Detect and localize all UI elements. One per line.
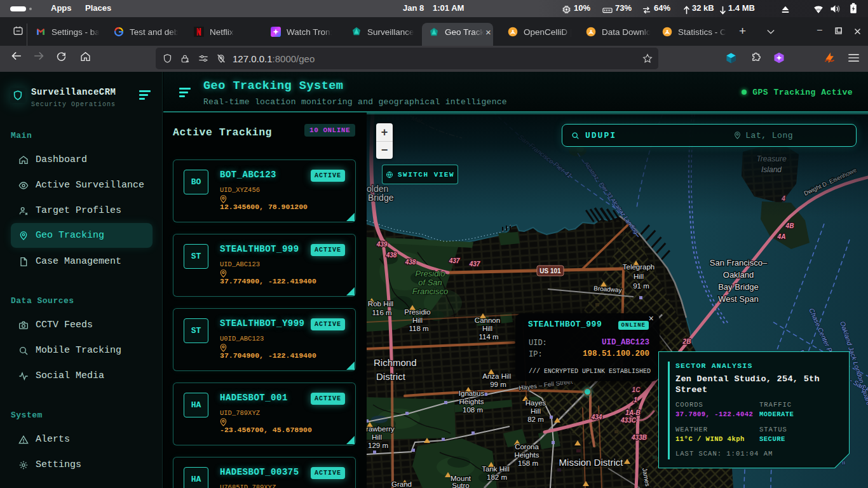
svg-text:Hill: Hill xyxy=(482,325,492,332)
svg-text:182 m: 182 m xyxy=(487,473,507,481)
svg-text:129 m: 129 m xyxy=(368,442,388,449)
svg-text:Hill: Hill xyxy=(531,407,541,415)
svg-text:Sutro: Sutro xyxy=(452,482,470,488)
svg-text:99 m: 99 m xyxy=(490,381,506,388)
svg-text:US 101: US 101 xyxy=(539,268,561,274)
svg-text:Hill: Hill xyxy=(412,316,423,324)
svg-text:4A: 4A xyxy=(777,233,786,240)
svg-text:1A-B: 1A-B xyxy=(625,409,640,416)
svg-text:1C: 1C xyxy=(632,386,641,393)
svg-text:Grand: Grand xyxy=(391,480,412,488)
svg-text:437: 437 xyxy=(469,261,480,268)
svg-text:Anza Hill: Anza Hill xyxy=(482,372,511,380)
svg-text:Ignatius: Ignatius xyxy=(459,390,485,397)
svg-text:4B: 4B xyxy=(785,222,794,229)
svg-text:116 m: 116 m xyxy=(372,309,391,316)
svg-text:118 m: 118 m xyxy=(409,325,428,332)
svg-text:433C: 433C xyxy=(620,417,637,424)
svg-text:Presidio: Presidio xyxy=(416,269,445,278)
svg-text:438: 438 xyxy=(386,252,397,259)
svg-text:Telegraph: Telegraph xyxy=(623,263,655,271)
svg-text:2B: 2B xyxy=(682,338,691,345)
svg-text:434: 434 xyxy=(591,414,602,421)
svg-text:Richmond: Richmond xyxy=(374,357,417,368)
svg-text:Heights: Heights xyxy=(515,451,539,459)
svg-text:Rob Hill: Rob Hill xyxy=(368,300,393,308)
svg-text:439: 439 xyxy=(376,241,388,248)
svg-text:438: 438 xyxy=(405,259,416,266)
svg-text:District: District xyxy=(376,371,406,382)
svg-text:Cannon: Cannon xyxy=(475,316,500,324)
svg-text:114 m: 114 m xyxy=(478,333,498,341)
svg-text:Heights: Heights xyxy=(459,398,484,405)
svg-text:Oakland: Oakland xyxy=(723,270,754,280)
svg-text:Bay Bridge: Bay Bridge xyxy=(718,282,759,292)
svg-text:82 m: 82 m xyxy=(527,416,544,423)
svg-text:San Francisco–: San Francisco– xyxy=(710,258,768,268)
svg-text:108 m: 108 m xyxy=(463,406,483,414)
svg-text:Presidio: Presidio xyxy=(404,308,431,316)
svg-text:Corona: Corona xyxy=(515,443,539,451)
svg-text:Mission District: Mission District xyxy=(559,457,624,468)
svg-text:of San: of San xyxy=(418,278,442,287)
svg-text:Hayes: Hayes xyxy=(526,399,546,407)
svg-text:West Span: West Span xyxy=(718,294,758,304)
svg-text:158 m: 158 m xyxy=(518,459,538,467)
svg-text:Strawberry: Strawberry xyxy=(367,425,395,433)
svg-text:Tank Hill: Tank Hill xyxy=(482,465,509,473)
svg-text:437: 437 xyxy=(449,257,460,264)
svg-text:Hill: Hill xyxy=(634,273,644,280)
svg-text:91 m: 91 m xyxy=(633,282,649,290)
svg-text:433B: 433B xyxy=(631,434,647,441)
svg-text:1: 1 xyxy=(634,396,637,403)
svg-text:Francisco: Francisco xyxy=(412,287,448,296)
svg-text:Hill: Hill xyxy=(372,433,382,441)
